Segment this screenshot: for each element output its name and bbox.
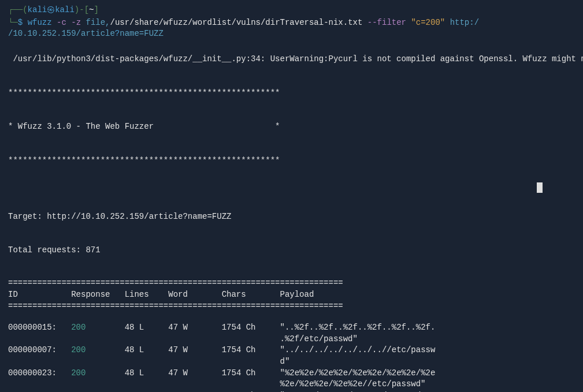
banner-title: * Wfuzz 3.1.0 - The Web Fuzzer * [8, 121, 575, 133]
flag-c: -c [57, 18, 66, 27]
prompt-line-2[interactable]: └─$ wfuzz -c -z file,/usr/share/wfuzz/wo… [8, 17, 575, 40]
result-details: 48 L 47 W 1754 Ch "..%2f..%2f..%2f..%2f.… [86, 323, 435, 332]
prompt-host: kali [55, 5, 75, 14]
warning-message: /usr/lib/python3/dist-packages/wfuzz/__i… [8, 54, 575, 65]
prompt-at: ㉿ [47, 5, 55, 14]
url-post: name=FUZZ [120, 29, 164, 38]
divider-bottom: ========================================… [8, 301, 575, 312]
result-response: 200 [71, 323, 86, 332]
prompt-dollar: $ [18, 18, 23, 27]
flag-z: -z [71, 18, 81, 27]
target-url: Target: http://10.10.252.159/article?nam… [8, 211, 575, 223]
target-info: Target: http://10.10.252.159/article?nam… [8, 188, 575, 267]
payload-continuation: %2e/%2e%2e/%2e%2e//etc/passwd" [8, 379, 575, 390]
banner-block: ****************************************… [8, 65, 575, 178]
url-q: ? [115, 29, 120, 38]
table-row: 000000023: 200 48 L 47 W 1754 Ch "%2e%2e… [8, 368, 575, 379]
result-id: 000000015: [8, 323, 71, 332]
banner-stars-1: ****************************************… [8, 88, 575, 99]
terminal-cursor [537, 182, 543, 193]
table-row: 000000015: 200 48 L 47 W 1754 Ch "..%2f.… [8, 322, 575, 334]
result-response: 200 [71, 345, 86, 354]
table-row: 000000007: 200 48 L 47 W 1754 Ch "../../… [8, 345, 575, 356]
total-requests: Total requests: 871 [8, 245, 575, 256]
command-name: wfuzz [28, 18, 52, 27]
prompt-line-1: ┌──(kali㉿kali)-[~] [8, 5, 575, 16]
filter-flag: --filter [367, 18, 406, 27]
prompt-bracket-end: ] [94, 5, 98, 14]
result-details: 48 L 47 W 1754 Ch "%2e%2e/%2e%2e/%2e%2e/… [86, 368, 435, 378]
table-header: ID Response Lines Word Chars Payload [8, 289, 575, 301]
payload-continuation: d" [8, 356, 575, 368]
result-id: 000000007: [8, 345, 71, 354]
url-ip: /10.10.252.159/article [8, 29, 115, 38]
wordlist-path: /usr/share/wfuzz/wordlist/vulns/dirTrave… [110, 18, 363, 27]
banner-stars-2: ****************************************… [8, 155, 575, 167]
url-pre: http:/ [450, 18, 479, 27]
ztype: file, [86, 18, 110, 27]
prompt-bracket-open: ┌──( [8, 5, 28, 14]
result-details: 48 L 47 W 1754 Ch "../../../../../../../… [86, 345, 435, 354]
prompt-bracket-close: )-[ [75, 5, 89, 14]
result-response: 200 [71, 368, 86, 378]
filter-value: "c=200" [411, 18, 445, 27]
prompt-line2-prefix: └─ [8, 18, 18, 27]
results-block: 000000015: 200 48 L 47 W 1754 Ch "..%2f.… [8, 322, 575, 392]
payload-continuation: .%2f/etc/passwd" [8, 334, 575, 345]
prompt-user: kali [28, 5, 47, 14]
result-id: 000000023: [8, 368, 71, 378]
divider-top: ========================================… [8, 278, 575, 289]
